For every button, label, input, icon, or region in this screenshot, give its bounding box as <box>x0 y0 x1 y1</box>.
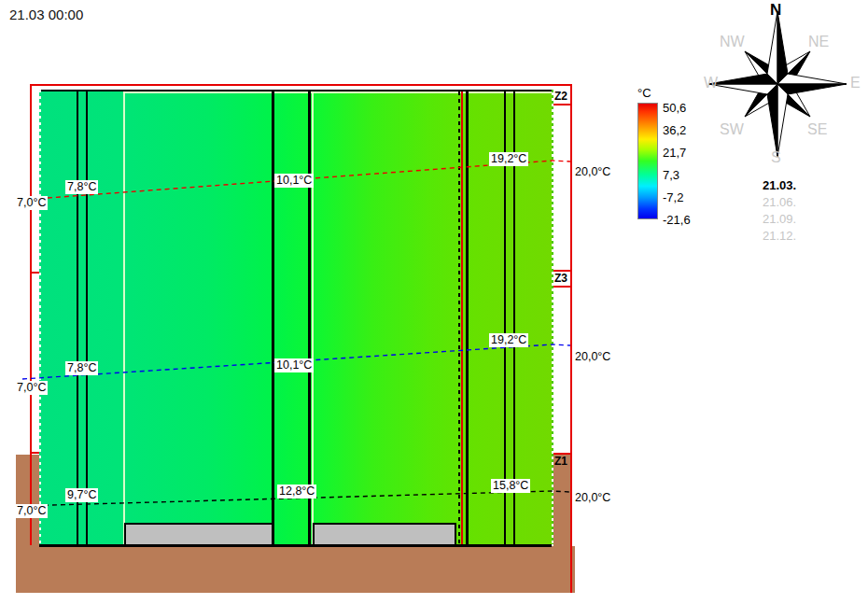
date-option-21-09[interactable]: 21.09. <box>763 212 796 226</box>
temp-label: 10,1°C <box>274 174 314 188</box>
temp-label: 20,0°C <box>573 491 612 505</box>
temp-label: 7,0°C <box>15 504 48 518</box>
building-left-edge <box>39 90 41 544</box>
zone-outline-right <box>570 84 572 593</box>
temp-label: 15,8°C <box>491 479 530 493</box>
zone-divider-tick <box>30 452 39 454</box>
legend-unit: °C <box>637 86 651 100</box>
zone-outline-left <box>30 84 32 545</box>
building-top-edge <box>39 90 552 91</box>
wall-layer-line <box>86 91 88 544</box>
legend-tick: 7,3 <box>663 168 679 182</box>
ground-bottom <box>16 546 575 593</box>
legend-tick: 50,6 <box>663 101 686 115</box>
zone-label-underline <box>553 104 570 105</box>
temp-label: 9,7°C <box>65 488 98 502</box>
legend-tick: 36,2 <box>663 123 686 137</box>
compass-label-n: N <box>770 1 781 20</box>
temp-label: 19,2°C <box>489 333 528 347</box>
wall-layer-line <box>272 91 274 544</box>
compass-label-ne: NE <box>808 34 829 50</box>
building-bottom-edge <box>39 544 552 547</box>
temp-label: 7,8°C <box>65 180 98 194</box>
room-surface-line <box>123 91 125 544</box>
compass-label-s: S <box>771 149 781 166</box>
temp-label: 7,8°C <box>65 361 98 375</box>
wall-layer-line <box>466 91 469 544</box>
timestamp: 21.03 00:00 <box>9 7 83 22</box>
date-option-21-06[interactable]: 21.06. <box>763 195 796 209</box>
cut-plane-red-line <box>461 91 463 544</box>
zone-outline-top <box>30 84 572 86</box>
zone-label-z3: Z3 <box>553 272 569 285</box>
floor-slab <box>124 523 273 546</box>
wall-layer-line <box>77 91 78 544</box>
legend-tick: 21,7 <box>663 146 686 160</box>
room-surface-line <box>312 91 314 544</box>
compass-rose-icon <box>700 0 868 168</box>
legend-tick: -21,6 <box>663 213 691 227</box>
temp-label: 19,2°C <box>489 152 528 166</box>
compass-label-e: E <box>850 75 861 91</box>
temp-label: 12,8°C <box>277 485 316 499</box>
compass-label-w: W <box>704 75 718 91</box>
building-right-edge <box>552 90 553 544</box>
compass-label-nw: NW <box>720 34 745 50</box>
compass-label-sw: SW <box>720 121 744 138</box>
zone-label-z1: Z1 <box>553 455 569 468</box>
temp-label: 10,1°C <box>274 358 314 372</box>
legend-tick: -7,2 <box>663 190 683 204</box>
temperature-field <box>39 90 552 546</box>
compass-label-se: SE <box>807 121 827 138</box>
temp-label: 20,0°C <box>573 165 612 179</box>
zone-label-underline <box>553 286 570 288</box>
temp-label: 20,0°C <box>573 350 612 364</box>
thermal-simulation-canvas: 21.03 00:00 <box>0 0 868 604</box>
temperature-scale-gradient <box>637 103 658 219</box>
zone-label-z2: Z2 <box>553 90 569 103</box>
zone-divider-tick <box>30 272 39 274</box>
date-option-21-12[interactable]: 21.12. <box>763 229 796 243</box>
temp-label: 7,0°C <box>15 196 48 210</box>
temp-label: 7,0°C <box>15 381 48 395</box>
floor-slab <box>313 523 456 546</box>
cut-plane-dashed-line <box>458 91 460 544</box>
wall-layer-line <box>308 91 311 544</box>
ceiling-surface-line <box>123 91 552 93</box>
date-option-21-03[interactable]: 21.03. <box>763 178 796 192</box>
